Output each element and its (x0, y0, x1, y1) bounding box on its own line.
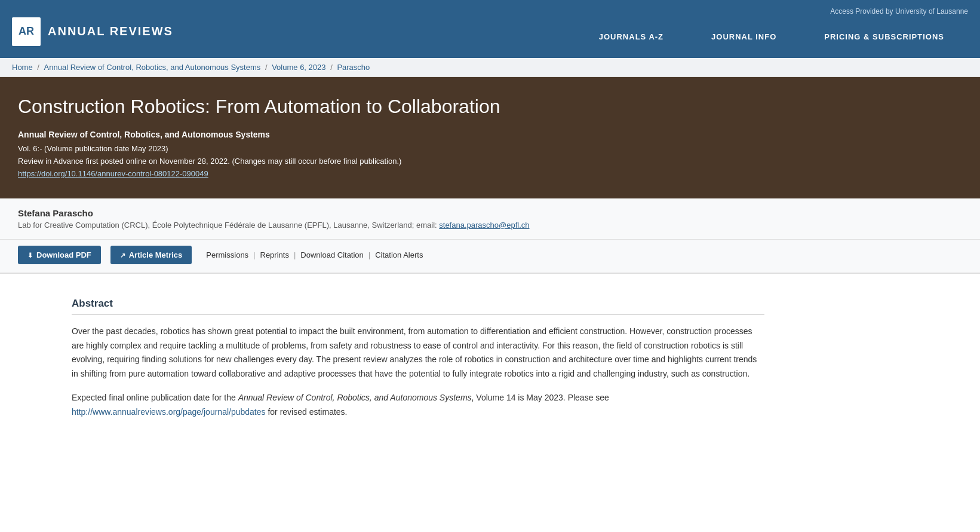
breadcrumb: Home / Annual Review of Control, Robotic… (0, 58, 980, 77)
breadcrumb-volume[interactable]: Volume 6, 2023 (272, 63, 325, 72)
permissions-link[interactable]: Permissions (201, 250, 253, 259)
author-affiliation: Lab for Creative Computation (CRCL), Éco… (18, 221, 962, 230)
action-links: Permissions | Reprints | Download Citati… (201, 250, 428, 259)
author-section: Stefana Parascho Lab for Creative Comput… (0, 198, 980, 240)
logo-icon: AR (12, 17, 41, 46)
article-review-advance: Review in Advance first posted online on… (18, 155, 962, 168)
download-icon (27, 250, 33, 259)
action-bar: Download PDF Article Metrics Permissions… (0, 240, 980, 274)
article-banner: Construction Robotics: From Automation t… (0, 77, 980, 198)
main-content: Abstract Over the past decades, robotics… (0, 274, 836, 453)
site-name: ANNUAL REVIEWS (48, 25, 173, 38)
access-info: Access Provided by University of Lausann… (830, 5, 968, 16)
metrics-icon (120, 250, 125, 259)
pubdates-link[interactable]: http://www.annualreviews.org/page/journa… (72, 407, 266, 417)
article-volume: Vol. 6:- (Volume publication date May 20… (18, 143, 962, 155)
abstract-heading: Abstract (72, 298, 764, 315)
abstract-section: Abstract Over the past decades, robotics… (72, 298, 764, 420)
nav-journal-info[interactable]: JOURNAL INFO (687, 16, 800, 58)
article-doi[interactable]: https://doi.org/10.1146/annurev-control-… (18, 168, 962, 181)
article-meta: Vol. 6:- (Volume publication date May 20… (18, 143, 962, 180)
logo-area: AR ANNUAL REVIEWS (12, 17, 173, 46)
author-email[interactable]: stefana.parascho@epfl.ch (439, 221, 529, 230)
download-citation-link[interactable]: Download Citation (296, 250, 368, 259)
author-name: Stefana Parascho (18, 208, 962, 218)
abstract-paragraph-1: Over the past decades, robotics has show… (72, 325, 764, 381)
breadcrumb-author[interactable]: Parascho (337, 63, 370, 72)
site-header: AR ANNUAL REVIEWS Access Provided by Uni… (0, 0, 980, 58)
journal-name: Annual Review of Control, Robotics, and … (18, 130, 962, 139)
main-nav: JOURNALS A-Z JOURNAL INFO PRICING & SUBS… (575, 16, 968, 58)
abstract-paragraph-2: Expected final online publication date f… (72, 391, 764, 420)
doi-link[interactable]: https://doi.org/10.1146/annurev-control-… (18, 169, 208, 178)
reprints-link[interactable]: Reprints (256, 250, 294, 259)
breadcrumb-journal[interactable]: Annual Review of Control, Robotics, and … (44, 63, 261, 72)
citation-alerts-link[interactable]: Citation Alerts (370, 250, 428, 259)
header-top: AR ANNUAL REVIEWS Access Provided by Uni… (0, 0, 980, 58)
nav-pricing[interactable]: PRICING & SUBSCRIPTIONS (800, 16, 968, 58)
breadcrumb-home[interactable]: Home (12, 63, 33, 72)
article-title: Construction Robotics: From Automation t… (18, 95, 962, 118)
article-metrics-button[interactable]: Article Metrics (110, 246, 192, 264)
nav-journals-az[interactable]: JOURNALS A-Z (575, 16, 687, 58)
download-pdf-button[interactable]: Download PDF (18, 246, 101, 264)
